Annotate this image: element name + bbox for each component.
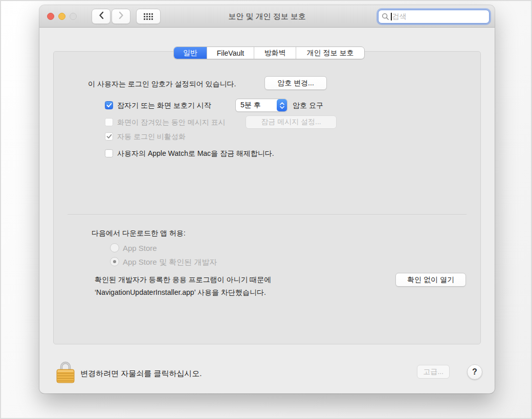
- closed-padlock-icon: [56, 360, 75, 383]
- help-button[interactable]: ?: [467, 364, 482, 380]
- password-delay-dropdown[interactable]: 5분 후: [235, 99, 287, 112]
- lock-message-label: 화면이 잠겨있는 동안 메시지 표시: [117, 118, 226, 127]
- checkmark-icon: [106, 103, 112, 108]
- radio-app-store-identified-label: App Store 및 확인된 개발자: [123, 258, 217, 266]
- chevron-left-icon: [99, 11, 104, 21]
- tab-privacy[interactable]: 개인 정보 보호: [296, 47, 364, 59]
- app-grid-icon: [144, 13, 153, 20]
- downloads-heading: 다음에서 다운로드한 앱 허용:: [92, 229, 186, 238]
- lock-button[interactable]: [56, 360, 75, 383]
- open-anyway-button[interactable]: 확인 없이 열기: [395, 273, 466, 287]
- desktop: { "window": { "title": "보안 및 개인 정보 보호", …: [0, 0, 532, 419]
- tab-bar: 일반 FileVault 방화벽 개인 정보 보호: [173, 46, 365, 59]
- password-delay-value: 5분 후: [236, 101, 277, 110]
- radio-app-store-identified: [110, 257, 119, 266]
- blocked-app-text-line2: ‘NavigationUpdaterInstaller.app’ 사용을 차단했…: [95, 288, 266, 297]
- disable-auto-login-label: 자동 로그인 비활성화: [117, 132, 186, 141]
- section-divider: [68, 214, 467, 215]
- search-placeholder: 검색: [392, 12, 407, 21]
- disable-auto-login-checkbox: [105, 132, 113, 141]
- chevron-right-icon: [119, 11, 124, 21]
- forward-button: [112, 9, 130, 24]
- search-icon: [382, 13, 389, 20]
- require-password-checkbox[interactable]: [105, 101, 113, 109]
- apple-watch-checkbox[interactable]: [105, 149, 113, 157]
- advanced-button: 고급...: [417, 365, 450, 379]
- lock-instruction-text: 변경하려면 자물쇠를 클릭하십시오.: [80, 369, 202, 378]
- traffic-lights: [47, 13, 77, 20]
- require-password-suffix: 암호 요구: [293, 101, 323, 110]
- apple-watch-label: 사용자의 Apple Watch로 Mac을 잠금 해제합니다.: [117, 149, 274, 158]
- text-caret: [391, 13, 392, 20]
- minimize-button[interactable]: [58, 13, 65, 20]
- close-button[interactable]: [47, 13, 54, 20]
- checkmark-icon: [106, 134, 112, 139]
- change-password-button[interactable]: 암호 변경...: [264, 76, 327, 90]
- tab-filevault[interactable]: FileVault: [207, 47, 254, 59]
- security-privacy-window: 보안 및 개인 정보 보호 검색 일반 FileVault 방화벽 개인 정보 …: [39, 5, 495, 393]
- blocked-app-text-line1: 확인된 개발자가 등록한 응용 프로그램이 아니기 때문에: [95, 275, 271, 284]
- set-lock-message-button: 잠금 메시지 설정...: [246, 115, 337, 129]
- show-all-button[interactable]: [136, 9, 161, 24]
- radio-app-store-label: App Store: [123, 244, 157, 252]
- tab-firewall[interactable]: 방화벽: [254, 47, 296, 59]
- require-password-label: 잠자기 또는 화면 보호기 시작: [117, 101, 211, 110]
- search-input[interactable]: 검색: [378, 10, 490, 24]
- window-title: 보안 및 개인 정보 보호: [162, 12, 372, 21]
- radio-app-store: [110, 243, 119, 252]
- radio-dot: [113, 260, 116, 263]
- zoom-button-disabled: [70, 13, 77, 20]
- tab-general[interactable]: 일반: [174, 47, 207, 59]
- lock-message-checkbox: [105, 118, 113, 126]
- password-set-text: 이 사용자는 로그인 암호가 설정되어 있습니다.: [88, 80, 236, 88]
- up-down-chevrons-icon: [277, 99, 287, 111]
- title-bar: 보안 및 개인 정보 보호 검색: [39, 5, 495, 28]
- back-button[interactable]: [92, 9, 110, 24]
- content-panel: [53, 51, 481, 344]
